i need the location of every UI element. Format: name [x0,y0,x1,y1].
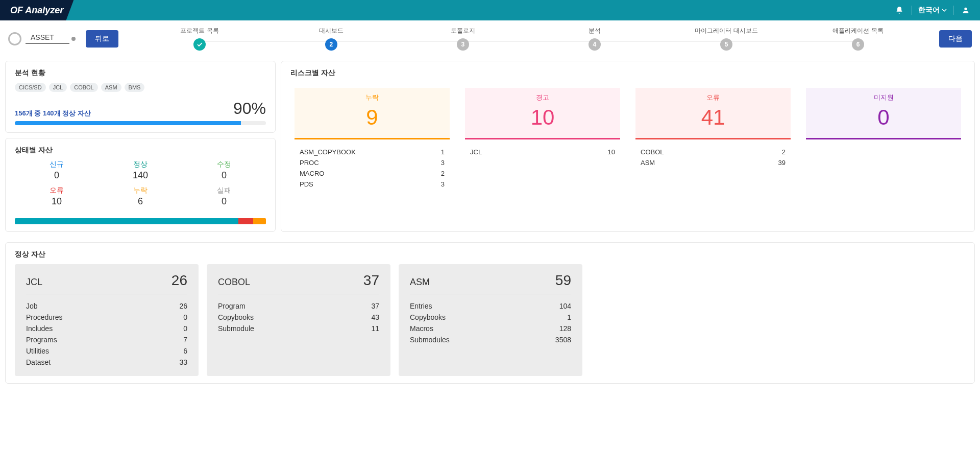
state-value: 140 [99,170,182,181]
risk-category-card[interactable]: 누락9ASM_COPYBOOK1PROC3MACRO2PDS3 [290,83,454,197]
sound-row: Job26 [26,300,187,312]
asset-circle-icon [8,32,21,45]
risk-head: 경고10 [465,88,620,139]
step-2[interactable]: 대시보드2 [265,27,397,51]
sound-row-label: Utilities [26,347,49,355]
asset-dot-icon [71,37,76,41]
step-label: 분석 [589,27,601,35]
risk-category-card[interactable]: 미지원0 [802,83,965,197]
risk-head: 누락9 [295,88,450,139]
sound-row-value: 104 [559,302,571,310]
step-4[interactable]: 분석4 [529,27,660,51]
sound-row: Includes0 [26,323,187,334]
analysis-status-card: 분석 현황 CICS/SDJCLCOBOLASMBMS 156개 중 140개 … [5,61,276,133]
next-button[interactable]: 다음 [939,30,972,48]
sound-row-label: Program [218,302,246,310]
risk-category-title: 경고 [465,93,620,102]
sound-row-label: Copybooks [218,313,254,321]
step-5[interactable]: 마이그레이터 대시보드5 [660,27,792,51]
sound-card-total: 26 [172,272,187,289]
step-circle: 6 [852,38,864,51]
step-circle [193,38,206,51]
step-3[interactable]: 토폴로지3 [397,27,529,51]
language-selector[interactable]: 한국어 [918,6,947,15]
chip[interactable]: ASM [101,83,121,92]
risk-row-label: COBOL [641,148,664,156]
sound-cards-row: JCL26Job26Procedures0Includes0Programs7U… [15,264,965,376]
step-6[interactable]: 애플리케이션 목록6 [792,27,924,51]
sound-row: Submodules3508 [410,334,571,345]
sound-row: Submodule11 [218,323,379,334]
svg-point-0 [964,8,967,10]
step-1[interactable]: 프로젝트 목록 [134,27,265,51]
step-circle: 5 [720,38,732,51]
chip[interactable]: JCL [49,83,67,92]
stacked-segment [253,218,266,224]
risk-category-count: 0 [806,105,961,130]
sound-row: Dataset33 [26,357,187,368]
sound-card: JCL26Job26Procedures0Includes0Programs7U… [15,264,199,376]
sound-row-label: Job [26,302,38,310]
user-icon[interactable] [960,4,972,16]
state-value: 0 [182,196,266,207]
risk-category-card[interactable]: 경고10JCL10 [461,83,624,197]
sound-card-head: COBOL37 [218,272,379,294]
chip[interactable]: COBOL [70,83,98,92]
chip[interactable]: BMS [125,83,145,92]
normal-assets-row: 156개 중 140개 정상 자산 90% [15,99,266,118]
risk-row-value: 39 [778,159,786,167]
sound-card-title: JCL [26,277,42,288]
state-value: 0 [182,170,266,181]
chip[interactable]: CICS/SD [15,83,46,92]
risk-head: 미지원0 [806,88,961,139]
step-label: 토폴로지 [451,27,475,35]
sound-card: ASM59Entries104Copybooks1Macros128Submod… [399,264,582,376]
sound-card-title: ASM [410,277,430,288]
risk-row-label: ASM_COPYBOOK [300,148,356,156]
sound-row: Macros128 [410,323,571,334]
sound-card-head: ASM59 [410,272,571,294]
back-button[interactable]: 뒤로 [86,30,118,48]
state-grid: 신규0정상140수정0오류10누락6실패0 [15,160,266,207]
step-circle: 2 [325,38,337,51]
risk-row: MACRO2 [300,168,445,179]
state-value: 6 [99,196,182,207]
step-label: 애플리케이션 목록 [832,27,883,35]
risk-row: PDS3 [300,179,445,190]
progress-bar [15,121,266,125]
risk-row-label: PROC [300,159,319,167]
sound-row: Entries104 [410,300,571,312]
sound-row: Procedures0 [26,312,187,323]
sound-row-label: Macros [410,324,433,333]
bell-icon[interactable] [893,4,905,16]
sound-row-label: Submodules [410,336,450,344]
sound-row-value: 11 [371,324,379,333]
sound-card-total: 59 [555,272,571,289]
language-label: 한국어 [918,6,940,15]
sound-row-label: Dataset [26,358,51,366]
risk-row-value: 2 [441,170,445,177]
sound-row: Copybooks1 [410,312,571,323]
risk-category-card[interactable]: 오류41COBOL2ASM39 [631,83,795,197]
chip-list: CICS/SDJCLCOBOLASMBMS [15,83,266,92]
sound-card-title: COBOL [218,277,250,288]
state-value: 10 [15,196,99,207]
sound-row-label: Entries [410,302,432,310]
stacked-segment [238,218,254,224]
asset-indicator: ASSET [8,32,76,45]
state-label: 누락 [99,186,182,195]
sound-card-head: JCL26 [26,272,187,294]
step-label: 마이그레이터 대시보드 [695,27,757,35]
state-item: 수정0 [182,160,266,181]
risk-row-label: MACRO [300,170,324,177]
sound-row: Program37 [218,300,379,312]
risk-card: 리스크별 자산 누락9ASM_COPYBOOK1PROC3MACRO2PDS3경… [281,61,975,232]
state-item: 신규0 [15,160,99,181]
separator [953,6,953,15]
risk-list: ASM_COPYBOOK1PROC3MACRO2PDS3 [295,147,450,190]
sound-card: COBOL37Program37Copybooks43Submodule11 [207,264,390,376]
risk-row: JCL10 [470,147,615,157]
separator [912,6,912,15]
sound-title: 정상 자산 [15,250,965,259]
sound-row-value: 37 [371,302,379,310]
